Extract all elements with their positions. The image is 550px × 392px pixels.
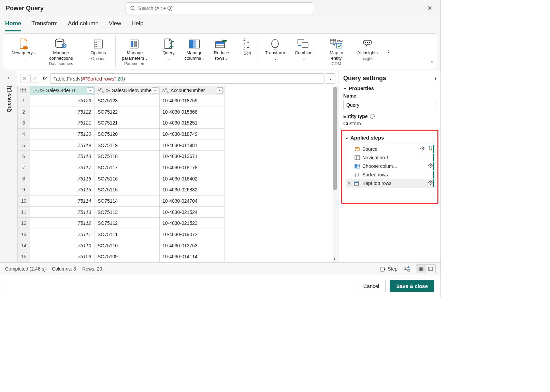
ribbon-collapse-button[interactable]: ˄ bbox=[431, 60, 433, 67]
cell[interactable]: SO75113 bbox=[95, 206, 160, 218]
row-number[interactable]: 14 bbox=[18, 240, 30, 251]
tab-help[interactable]: Help bbox=[131, 19, 143, 31]
cell[interactable]: SO75116 bbox=[95, 173, 160, 184]
table-row[interactable]: 3 75121 SO75121 10-4030-015251 bbox=[18, 117, 225, 129]
query-button[interactable]: Query⌄ bbox=[158, 37, 179, 61]
cell[interactable]: 75109 bbox=[30, 251, 95, 262]
row-number[interactable]: 4 bbox=[18, 129, 30, 140]
cell[interactable]: 75122 bbox=[30, 106, 95, 117]
cell[interactable]: SO75120 bbox=[95, 129, 160, 140]
cell[interactable]: 75120 bbox=[30, 129, 95, 140]
tab-transform[interactable]: Transform bbox=[31, 19, 58, 31]
row-number[interactable]: 8 bbox=[18, 173, 30, 184]
queries-count-label[interactable]: Queries [1] bbox=[6, 86, 12, 112]
formula-expand-button[interactable]: ⌄ bbox=[326, 73, 335, 84]
cell[interactable]: 75121 bbox=[30, 117, 95, 129]
cell[interactable]: 10-4030-015868 bbox=[160, 106, 225, 117]
column-filter-button[interactable]: ▾ bbox=[87, 87, 93, 93]
step-delete-button[interactable]: ✕ bbox=[347, 181, 351, 186]
cell[interactable]: 75112 bbox=[30, 218, 95, 229]
cell[interactable]: SO75119 bbox=[95, 140, 160, 151]
step-settings-button[interactable] bbox=[428, 180, 433, 186]
cell[interactable]: 10-4030-021524 bbox=[160, 206, 225, 218]
cell[interactable]: SO75110 bbox=[95, 240, 160, 251]
cell[interactable]: SO75122 bbox=[95, 106, 160, 117]
table-row[interactable]: 12 75112 SO75112 10-4030-021523 bbox=[18, 218, 225, 229]
step-settings-button[interactable] bbox=[420, 146, 425, 152]
row-number[interactable]: 5 bbox=[18, 140, 30, 151]
info-icon[interactable]: i bbox=[370, 114, 375, 119]
row-number[interactable]: 7 bbox=[18, 162, 30, 173]
cell[interactable]: SO75115 bbox=[95, 184, 160, 195]
sort-button[interactable]: AZZA bbox=[241, 37, 254, 50]
new-query-button[interactable]: New query⌄ bbox=[10, 37, 38, 56]
save-close-button[interactable]: Save & close bbox=[390, 280, 434, 292]
table-row[interactable]: 7 75117 SO75117 10-4030-018178 bbox=[18, 162, 225, 173]
grid-view-button[interactable] bbox=[416, 265, 426, 273]
grid-scrollbar[interactable]: ▾ bbox=[333, 86, 338, 262]
column-filter-button[interactable]: ▾ bbox=[217, 87, 223, 93]
row-number[interactable]: 11 bbox=[18, 206, 30, 218]
close-button[interactable]: ✕ bbox=[424, 3, 435, 13]
reduce-rows-button[interactable]: Reduce rows⌄ bbox=[209, 37, 233, 61]
cell[interactable]: 75114 bbox=[30, 195, 95, 207]
column-header-salesordernumber[interactable]: ABCSalesOrderNumber ▾ bbox=[95, 86, 160, 95]
applied-step[interactable]: ZASorted rows bbox=[346, 171, 435, 179]
cell[interactable]: SO75121 bbox=[95, 117, 160, 129]
scroll-down-icon[interactable]: ▾ bbox=[334, 257, 335, 261]
step-settings-button[interactable] bbox=[428, 163, 433, 169]
combine-button[interactable]: Combine⌄ bbox=[290, 37, 317, 61]
cell[interactable]: SO75111 bbox=[95, 229, 160, 240]
cell[interactable]: 10-4030-013753 bbox=[160, 240, 225, 251]
cell[interactable]: SO75114 bbox=[95, 195, 160, 207]
tab-view[interactable]: View bbox=[109, 19, 121, 31]
cell[interactable]: 10-4030-024704 bbox=[160, 195, 225, 207]
cell[interactable]: 75116 bbox=[30, 173, 95, 184]
cell[interactable]: 75117 bbox=[30, 162, 95, 173]
column-header-salesorderid[interactable]: 123SalesOrderID ▾ bbox=[30, 86, 95, 95]
applied-step[interactable]: Navigation 1 bbox=[346, 154, 435, 162]
table-row[interactable]: 9 75115 SO75115 10-4030-026832 bbox=[18, 184, 225, 195]
row-number[interactable]: 15 bbox=[18, 251, 30, 262]
grid-corner[interactable] bbox=[18, 86, 30, 95]
cell[interactable]: 75111 bbox=[30, 229, 95, 240]
tab-add-column[interactable]: Add column bbox=[68, 19, 99, 31]
cell[interactable]: 75123 bbox=[30, 95, 95, 106]
properties-section-header[interactable]: Properties bbox=[343, 85, 436, 91]
applied-step[interactable]: Choose colum… bbox=[346, 162, 435, 171]
diagram-view-button[interactable] bbox=[404, 266, 410, 272]
formula-cancel-button[interactable]: ✕ bbox=[20, 74, 29, 83]
cell[interactable]: 10-4030-011981 bbox=[160, 140, 225, 151]
table-row[interactable]: 1 75123 SO75123 10-4030-018759 bbox=[18, 95, 225, 106]
row-number[interactable]: 9 bbox=[18, 184, 30, 195]
table-row[interactable]: 14 75110 SO75110 10-4030-013753 bbox=[18, 240, 225, 251]
schema-view-button[interactable] bbox=[426, 265, 435, 273]
tab-home[interactable]: Home bbox=[5, 19, 21, 31]
cell[interactable]: 75110 bbox=[30, 240, 95, 251]
table-row[interactable]: 8 75116 SO75116 10-4030-016402 bbox=[18, 173, 225, 184]
row-number[interactable]: 10 bbox=[18, 195, 30, 207]
row-number[interactable]: 12 bbox=[18, 218, 30, 229]
applied-step[interactable]: Source bbox=[346, 144, 435, 154]
options-button[interactable]: Options bbox=[85, 37, 112, 56]
table-row[interactable]: 5 75119 SO75119 10-4030-011981 bbox=[18, 140, 225, 151]
transform-button[interactable]: Transform⌄ bbox=[261, 37, 289, 61]
table-row[interactable]: 11 75113 SO75113 10-4030-021524 bbox=[18, 206, 225, 218]
row-number[interactable]: 3 bbox=[18, 117, 30, 129]
applied-step[interactable]: ✕Kept top rows bbox=[346, 179, 435, 188]
cell[interactable]: 10-4030-018178 bbox=[160, 162, 225, 173]
cancel-button[interactable]: Cancel bbox=[357, 280, 386, 292]
formula-accept-button[interactable]: ✓ bbox=[30, 74, 39, 83]
query-name-input[interactable] bbox=[343, 100, 436, 110]
column-filter-button[interactable]: ▾ bbox=[152, 87, 158, 93]
cell[interactable]: 10-4030-019072 bbox=[160, 229, 225, 240]
ribbon-overflow-button[interactable]: › bbox=[383, 35, 394, 68]
cell[interactable]: 10-4030-016402 bbox=[160, 173, 225, 184]
cell[interactable]: 75118 bbox=[30, 151, 95, 162]
table-row[interactable]: 4 75120 SO75120 10-4030-018749 bbox=[18, 129, 225, 140]
cell[interactable]: SO75109 bbox=[95, 251, 160, 262]
row-number[interactable]: 2 bbox=[18, 106, 30, 117]
search-box[interactable]: Search (Alt + Q) bbox=[126, 2, 313, 14]
manage-columns-button[interactable]: Manage columns⌄ bbox=[181, 37, 208, 61]
cell[interactable]: 10-4030-026832 bbox=[160, 184, 225, 195]
